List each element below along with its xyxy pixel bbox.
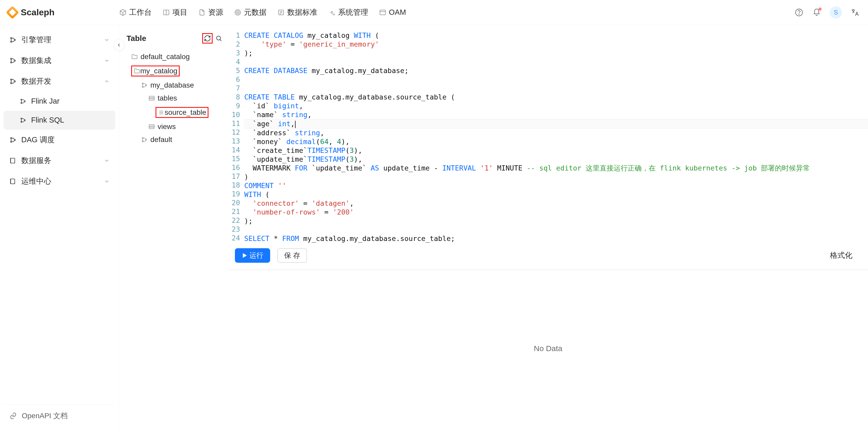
sidebar-subitem-Flink SQL[interactable]: Flink SQL: [4, 111, 115, 130]
branch-icon: [141, 82, 148, 89]
tree-node-my_catalog[interactable]: my_catalog: [126, 63, 224, 79]
tree-node-label: my_catalog: [140, 67, 177, 75]
notifications-icon[interactable]: [812, 8, 822, 17]
svg-point-47: [142, 141, 143, 142]
tree-node-tables[interactable]: tables: [126, 92, 224, 105]
sidebar-item-label: DAG 调度: [21, 135, 55, 145]
sidebar-item-DAG 调度[interactable]: DAG 调度: [4, 130, 115, 150]
tree-node-label: default: [150, 135, 172, 144]
save-button[interactable]: 保 存: [277, 248, 307, 263]
svg-point-36: [146, 85, 147, 86]
brand-name: Scaleph: [21, 7, 55, 18]
translate-icon[interactable]: [850, 8, 860, 17]
top-nav-label: 工作台: [129, 7, 152, 18]
search-icon: [215, 35, 222, 42]
svg-point-4: [238, 12, 238, 12]
top-nav-label: OAM: [389, 8, 406, 17]
columns-icon: [162, 9, 170, 16]
chevron-down-icon: [104, 158, 110, 164]
sidebar-subitem-label: Flink SQL: [31, 116, 64, 124]
sidebar-item-数据服务[interactable]: 数据服务: [4, 150, 115, 171]
branch-icon: [9, 36, 17, 43]
svg-point-13: [799, 14, 799, 14]
svg-point-9: [331, 11, 333, 13]
sidebar-item-引擎管理[interactable]: 引擎管理: [4, 30, 115, 50]
svg-point-29: [11, 138, 12, 139]
search-button[interactable]: [214, 33, 224, 43]
format-button[interactable]: 格式化: [830, 250, 852, 261]
result-area: No Data: [228, 270, 868, 427]
top-nav-label: 项目: [173, 7, 187, 18]
sidebar-openapi-label: OpenAPI 文档: [22, 411, 68, 421]
avatar[interactable]: S: [830, 6, 842, 19]
top-nav-数据标准[interactable]: 数据标准: [277, 7, 317, 18]
editor-code[interactable]: CREATE CATALOG my_catalog WITH ( 'type' …: [244, 31, 868, 243]
branch-icon: [9, 178, 17, 185]
top-nav-label: 资源: [208, 7, 223, 18]
top-nav-工作台[interactable]: 工作台: [119, 7, 152, 18]
table-panel-title: Table: [126, 34, 146, 43]
branch-icon: [9, 157, 17, 164]
sidebar-subitem-Flink Jar[interactable]: Flink Jar: [4, 92, 115, 111]
svg-point-25: [24, 101, 25, 102]
folder-icon: [131, 53, 138, 60]
svg-point-2: [235, 9, 241, 15]
target-icon: [234, 9, 241, 16]
sidebar-item-数据开发[interactable]: 数据开发: [4, 71, 115, 92]
brand[interactable]: Scaleph: [8, 7, 119, 18]
notification-dot-icon: [818, 7, 822, 11]
tree-node-default[interactable]: default: [126, 133, 224, 146]
top-nav-项目[interactable]: 项目: [162, 7, 187, 18]
top-nav-label: 元数据: [244, 7, 267, 18]
link-icon: [9, 412, 17, 420]
sidebar-item-label: 数据集成: [21, 56, 51, 66]
gear-icon: [328, 9, 336, 16]
table-panel: Table default_catalogmy_catalogmy_databa…: [119, 25, 228, 427]
sidebar-item-运维中心[interactable]: 运维中心: [4, 171, 115, 192]
top-nav-元数据[interactable]: 元数据: [234, 7, 267, 18]
editor-area: 123456789101112131415161718192021222324 …: [228, 25, 868, 427]
tree-node-my_database[interactable]: my_database: [126, 79, 224, 92]
sidebar-item-label: 运维中心: [21, 176, 51, 187]
tree-node-views[interactable]: views: [126, 120, 224, 133]
sql-editor[interactable]: 123456789101112131415161718192021222324 …: [228, 25, 868, 243]
top-nav: 工作台项目资源元数据数据标准系统管理OAM: [119, 7, 794, 18]
top-nav-OAM[interactable]: OAM: [379, 8, 406, 17]
svg-line-33: [220, 39, 221, 41]
svg-point-35: [142, 86, 143, 87]
sidebar-collapse-toggle[interactable]: [113, 39, 125, 51]
svg-point-30: [11, 141, 12, 142]
refresh-icon: [204, 35, 211, 42]
branch-icon: [141, 136, 148, 143]
branch-icon: [9, 78, 17, 85]
chevron-down-icon: [104, 58, 110, 64]
sidebar-item-数据集成[interactable]: 数据集成: [4, 50, 115, 71]
tree-node-label: views: [158, 123, 176, 131]
branch-icon: [9, 136, 17, 143]
editor-gutter: 123456789101112131415161718192021222324: [228, 31, 244, 243]
svg-rect-10: [380, 10, 385, 15]
chevron-up-icon: [104, 78, 110, 84]
svg-point-28: [24, 120, 25, 121]
svg-point-12: [796, 9, 803, 16]
svg-point-15: [11, 41, 12, 42]
svg-point-14: [11, 38, 12, 39]
help-icon[interactable]: [794, 8, 804, 17]
folder-icon: [133, 68, 140, 74]
tree-node-source_table[interactable]: source_table: [126, 105, 224, 120]
refresh-button[interactable]: [202, 33, 213, 43]
sidebar-openapi-docs[interactable]: OpenAPI 文档: [4, 404, 115, 427]
branch-icon: [9, 57, 17, 64]
rows-icon: [158, 109, 165, 116]
table-icon: [148, 95, 155, 102]
tree-node-default_catalog[interactable]: default_catalog: [126, 50, 224, 63]
top-nav-系统管理[interactable]: 系统管理: [328, 7, 368, 18]
run-button[interactable]: 运行: [235, 248, 270, 263]
chevron-down-icon: [104, 178, 110, 184]
table-icon: [148, 123, 155, 130]
svg-point-31: [14, 139, 16, 141]
play-icon: [242, 253, 247, 258]
top-nav-资源[interactable]: 资源: [198, 7, 223, 18]
top-nav-label: 数据标准: [287, 7, 317, 18]
svg-point-48: [146, 139, 147, 140]
